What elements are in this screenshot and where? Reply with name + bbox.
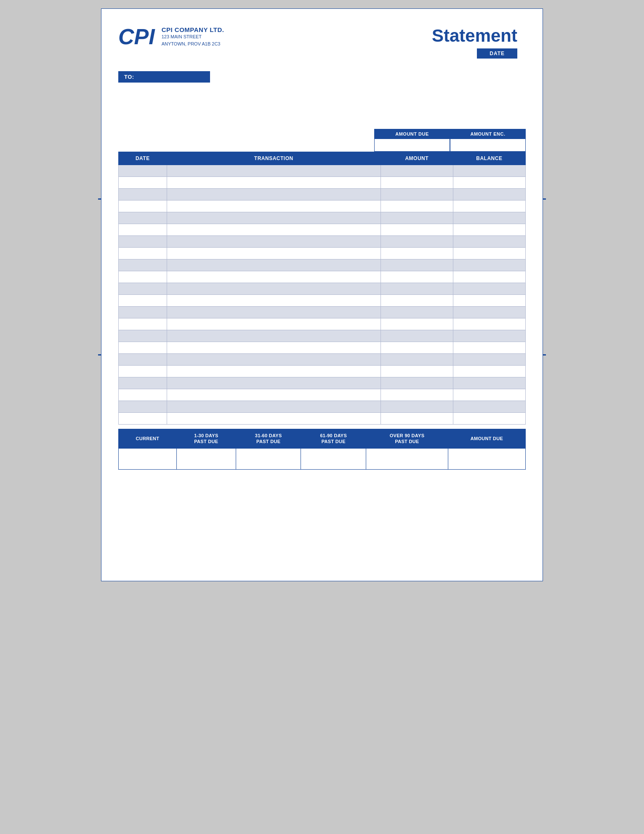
cell-amount <box>381 401 453 413</box>
cell-amount <box>381 366 453 377</box>
cell-amount <box>381 236 453 248</box>
cell-transaction <box>167 366 381 377</box>
table-row <box>119 212 526 224</box>
cell-date <box>119 413 167 425</box>
table-row <box>119 330 526 342</box>
cell-date <box>119 318 167 330</box>
cell-amount <box>381 200 453 212</box>
cell-balance <box>453 177 525 189</box>
header: CPI CPI COMPANY LTD. 123 MAIN STREET ANY… <box>118 26 526 59</box>
summary-labels: AMOUNT DUE AMOUNT ENC. <box>374 129 526 139</box>
cell-transaction <box>167 236 381 248</box>
table-row <box>119 295 526 307</box>
amount-due-label: AMOUNT DUE <box>374 129 450 139</box>
cell-transaction <box>167 259 381 271</box>
cell-date <box>119 307 167 318</box>
cell-amount <box>381 224 453 236</box>
cell-date <box>119 330 167 342</box>
cell-balance <box>453 401 525 413</box>
to-content <box>118 83 526 116</box>
cell-transaction <box>167 413 381 425</box>
cell-amount <box>381 212 453 224</box>
footer-col-header: OVER 90 DAYS PAST DUE <box>366 429 448 449</box>
cell-balance <box>453 248 525 259</box>
cell-balance <box>453 307 525 318</box>
cell-date <box>119 236 167 248</box>
amount-due-value <box>374 139 450 152</box>
cell-date <box>119 165 167 177</box>
cell-balance <box>453 413 525 425</box>
cell-balance <box>453 330 525 342</box>
cell-transaction <box>167 165 381 177</box>
cell-date <box>119 283 167 295</box>
cell-amount <box>381 342 453 354</box>
cell-balance <box>453 165 525 177</box>
footer-31-60-value <box>236 448 301 469</box>
company-name: CPI COMPANY LTD. <box>162 26 224 33</box>
company-address-line2: ANYTOWN, PROV A1B 2C3 <box>162 40 224 48</box>
table-row <box>119 271 526 283</box>
cell-transaction <box>167 377 381 389</box>
main-table: DATE TRANSACTION AMOUNT BALANCE <box>118 152 526 425</box>
cell-transaction <box>167 401 381 413</box>
to-section: TO: <box>118 71 526 116</box>
col-header-date: DATE <box>119 152 167 165</box>
footer-col-header: 1-30 DAYS PAST DUE <box>176 429 236 449</box>
table-row <box>119 366 526 377</box>
table-row <box>119 177 526 189</box>
table-row <box>119 401 526 413</box>
cell-date <box>119 271 167 283</box>
cell-amount <box>381 165 453 177</box>
table-row <box>119 189 526 200</box>
cell-transaction <box>167 177 381 189</box>
footer-section: CURRENT1-30 DAYS PAST DUE31-60 DAYS PAST… <box>118 429 526 470</box>
table-row <box>119 342 526 354</box>
cell-date <box>119 354 167 366</box>
cell-date <box>119 177 167 189</box>
header-right: Statement DATE <box>432 26 526 59</box>
cell-date <box>119 224 167 236</box>
cell-date <box>119 200 167 212</box>
cell-amount <box>381 307 453 318</box>
table-row <box>119 377 526 389</box>
date-label: DATE <box>477 48 517 59</box>
table-row <box>119 283 526 295</box>
cell-amount <box>381 295 453 307</box>
col-header-balance: BALANCE <box>453 152 525 165</box>
cell-balance <box>453 200 525 212</box>
statement-title: Statement <box>432 26 517 46</box>
footer-col-header: 31-60 DAYS PAST DUE <box>236 429 301 449</box>
table-row <box>119 200 526 212</box>
cell-balance <box>453 318 525 330</box>
cell-balance <box>453 295 525 307</box>
table-row <box>119 413 526 425</box>
summary-values <box>118 139 526 152</box>
footer-col-header: AMOUNT DUE <box>448 429 525 449</box>
cell-transaction <box>167 283 381 295</box>
cell-amount <box>381 377 453 389</box>
cell-date <box>119 401 167 413</box>
amount-enc-label: AMOUNT ENC. <box>450 129 526 139</box>
logo: CPI <box>118 26 155 48</box>
statement-page: CPI CPI COMPANY LTD. 123 MAIN STREET ANY… <box>101 8 543 581</box>
cell-transaction <box>167 295 381 307</box>
cell-date <box>119 389 167 401</box>
cell-transaction <box>167 189 381 200</box>
cell-transaction <box>167 212 381 224</box>
cell-transaction <box>167 307 381 318</box>
cell-amount <box>381 389 453 401</box>
cell-transaction <box>167 354 381 366</box>
cell-date <box>119 366 167 377</box>
table-row <box>119 354 526 366</box>
cell-transaction <box>167 389 381 401</box>
cell-balance <box>453 259 525 271</box>
cell-amount <box>381 330 453 342</box>
cell-balance <box>453 377 525 389</box>
logo-section: CPI CPI COMPANY LTD. 123 MAIN STREET ANY… <box>118 26 224 48</box>
table-row <box>119 307 526 318</box>
table-row <box>119 236 526 248</box>
cell-balance <box>453 224 525 236</box>
footer-1-30-value <box>176 448 236 469</box>
table-row <box>119 248 526 259</box>
amount-enc-value <box>450 139 526 152</box>
